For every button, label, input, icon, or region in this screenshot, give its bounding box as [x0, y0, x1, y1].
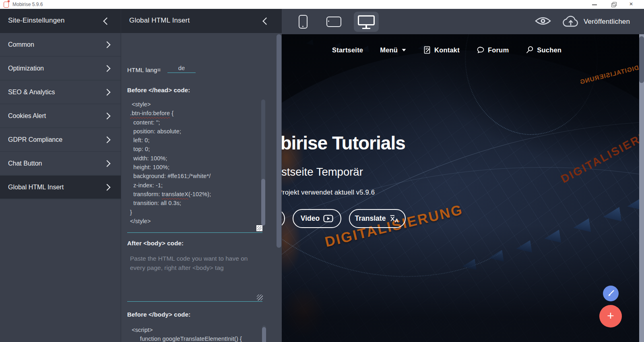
search-icon	[526, 46, 534, 54]
sidebar-item-label: GDPR Compliance	[8, 136, 62, 143]
main-scrollbar-thumb[interactable]	[639, 36, 644, 83]
sidebar-item-label: Cookies Alert	[8, 112, 46, 120]
sidebar-item-label: Optimization	[8, 65, 44, 72]
after-body-underline	[127, 301, 262, 302]
translate-button[interactable]: Translate A	[349, 209, 406, 228]
global-html-insert-panel: Global HTML Insert HTML lang= Before </h…	[121, 9, 282, 342]
body-code-scrollbar-thumb[interactable]	[262, 327, 266, 342]
cloud-upload-icon	[563, 16, 579, 28]
device-tablet-button[interactable]	[321, 12, 346, 32]
sidebar-item-label: SEO & Analytics	[8, 89, 55, 96]
form-icon	[423, 46, 431, 54]
app-window: Mobirise 5.9.6 Site-Einstellungen Common…	[0, 0, 644, 342]
head-code-resize-grip[interactable]	[256, 225, 262, 231]
chevron-right-icon	[104, 65, 111, 72]
before-head-code-editor[interactable]: <style>.btn-info:before { content: ''; p…	[130, 100, 211, 226]
sidebar-items: CommonOptimizationSEO & AnalyticsCookies…	[0, 33, 121, 199]
eye-icon	[535, 16, 551, 26]
chevron-right-icon	[104, 113, 111, 120]
nav-item-men[interactable]: Menü	[380, 46, 406, 54]
after-body-label: After <body> code:	[127, 240, 184, 247]
nav-item-kontakt[interactable]: Kontakt	[423, 46, 460, 54]
video-button-label: Video	[301, 214, 320, 223]
svg-text:A: A	[395, 218, 398, 223]
preview-button[interactable]	[535, 16, 552, 28]
sidebar-item-optimization[interactable]: Optimization	[0, 57, 121, 81]
hero-buttons: Video Translate A	[282, 209, 639, 228]
minimize-button[interactable]	[588, 0, 601, 9]
device-desktop-button[interactable]	[354, 12, 379, 32]
plus-icon: +	[607, 309, 614, 323]
site-preview: DIGITALISIERUNG DIGITALISIERUNG DIGITALI…	[282, 34, 639, 342]
translate-button-label: Translate	[355, 214, 386, 223]
add-block-fab[interactable]: +	[599, 305, 622, 327]
translate-icon: A	[389, 214, 400, 223]
top-toolbar: Veröffentlichen	[282, 9, 644, 34]
chevron-right-icon	[104, 89, 111, 96]
site-settings-sidebar: Site-Einstellungen CommonOptimizationSEO…	[0, 9, 121, 342]
nav-item-forum[interactable]: Forum	[477, 46, 509, 54]
head-code-scrollbar-thumb[interactable]	[261, 179, 265, 226]
after-body-resize-grip[interactable]	[257, 294, 263, 301]
chat-icon	[477, 46, 485, 54]
nav-item-label: Menü	[380, 46, 398, 54]
chevron-right-icon	[104, 160, 111, 167]
close-button[interactable]	[625, 0, 638, 9]
panel-header: Global HTML Insert	[121, 9, 282, 33]
misspelled-code: translateX	[162, 191, 188, 197]
nav-item-label: Startseite	[332, 46, 363, 54]
main-scrollbar[interactable]	[639, 34, 644, 342]
chevron-right-icon	[104, 137, 111, 143]
html-lang-input[interactable]	[167, 64, 196, 73]
sidebar-item-common[interactable]: Common	[0, 33, 121, 57]
sidebar-item-global-html-insert[interactable]: Global HTML Insert	[0, 176, 121, 199]
head-code-underline	[127, 232, 262, 233]
collapse-panel-icon[interactable]	[262, 17, 270, 25]
nav-item-label: Forum	[488, 46, 509, 54]
tablet-icon	[326, 17, 341, 27]
panel-body: HTML lang= Before </head> code: <style>.…	[121, 33, 282, 342]
chevron-right-icon	[104, 184, 111, 191]
hero-subtitle: Testseite Temporär	[282, 166, 363, 178]
sidebar-item-label: Global HTML Insert	[8, 184, 64, 191]
video-button[interactable]: Video	[293, 209, 341, 228]
hidden-button-partial[interactable]	[282, 209, 285, 228]
paintbrush-icon	[607, 290, 615, 297]
hero-text: Das Projekt verwendet aktuell v5.9.6	[282, 189, 375, 196]
restore-button[interactable]	[606, 0, 620, 9]
sidebar-header: Site-Einstellungen	[0, 9, 121, 33]
sidebar-item-cookies-alert[interactable]: Cookies Alert	[0, 104, 121, 128]
panel-scrollbar-thumb[interactable]	[277, 34, 281, 248]
sidebar-item-label: Common	[8, 41, 34, 48]
sidebar-item-chat-button[interactable]: Chat Button	[0, 152, 121, 176]
after-body-textarea[interactable]: Paste the HTML code you want to have on …	[130, 254, 260, 272]
sidebar-item-gdpr-compliance[interactable]: GDPR Compliance	[0, 128, 121, 152]
chevron-right-icon	[104, 41, 111, 48]
nav-item-label: Kontakt	[434, 46, 460, 54]
play-icon	[323, 215, 333, 222]
publish-label: Veröffentlichen	[584, 18, 630, 26]
misspelled-code: .btn-info:before	[130, 110, 170, 116]
before-body-code-editor[interactable]: <script> function googleTranslateElement…	[130, 325, 242, 342]
sidebar-item-label: Chat Button	[8, 160, 42, 167]
desktop-icon	[358, 15, 375, 25]
phone-icon	[299, 15, 308, 29]
mobirise-logo-icon	[4, 2, 9, 8]
before-head-label: Before </head> code:	[127, 87, 190, 93]
device-phone-button[interactable]	[291, 12, 316, 32]
panel-title: Global HTML Insert	[129, 17, 190, 25]
nav-item-startseite[interactable]: Startseite	[332, 46, 363, 54]
caret-down-icon	[402, 49, 406, 52]
sidebar-item-seo-analytics[interactable]: SEO & Analytics	[0, 81, 121, 104]
sidebar-title: Site-Einstellungen	[8, 17, 65, 25]
nav-item-suchen[interactable]: Suchen	[526, 46, 561, 54]
publish-button[interactable]: Veröffentlichen	[563, 15, 630, 29]
before-body-label: Before </body> code:	[127, 311, 190, 318]
collapse-sidebar-icon[interactable]	[103, 17, 110, 25]
site-nav: StartseiteMenüKontaktForumSuchen	[332, 46, 561, 54]
title-bar: Mobirise 5.9.6	[0, 0, 644, 9]
nav-item-label: Suchen	[537, 46, 561, 54]
hero-title: Mobirise Tutorials	[282, 132, 405, 154]
window-title: Mobirise 5.9.6	[12, 2, 43, 7]
edit-style-fab[interactable]	[603, 286, 619, 301]
